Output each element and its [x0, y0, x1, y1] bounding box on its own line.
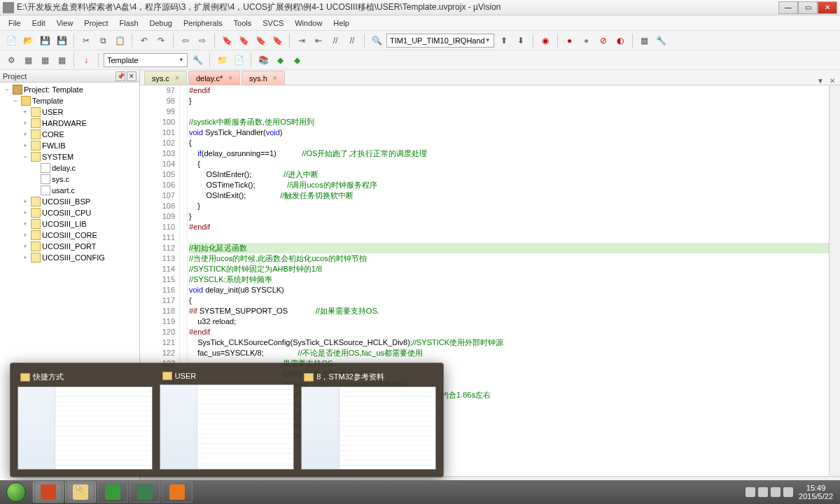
taskbar-app-green[interactable]: [97, 482, 128, 503]
tree-file-usart[interactable]: usart.c: [1, 185, 138, 196]
preview-window[interactable]: 快捷方式: [18, 370, 153, 470]
new-file-icon[interactable]: 📄: [4, 34, 18, 48]
tray-icon[interactable]: [746, 487, 755, 497]
menu-help[interactable]: Help: [328, 18, 355, 29]
preview-thumbnail[interactable]: [160, 384, 295, 470]
comment-icon[interactable]: //: [328, 34, 342, 48]
tab-delayc[interactable]: delay.c*×: [188, 71, 240, 85]
clock[interactable]: 15:49 2015/5/22: [799, 484, 833, 500]
tab-close-icon[interactable]: ×: [273, 74, 277, 82]
paste-icon[interactable]: 📋: [113, 34, 127, 48]
bookmark-icon[interactable]: 🔖: [220, 34, 234, 48]
breakpoint-enable-icon[interactable]: ◐: [613, 34, 627, 48]
menu-peripherals[interactable]: Peripherals: [178, 18, 228, 29]
window-icon[interactable]: ▦: [638, 34, 652, 48]
nav-fwd-icon[interactable]: ⇨: [195, 34, 209, 48]
tree-group-ucore[interactable]: +UCOSIII_CORE: [1, 230, 138, 241]
preview-thumbnail[interactable]: [301, 386, 436, 470]
tree-group-core[interactable]: +CORE: [1, 129, 138, 140]
tab-close-icon[interactable]: ×: [175, 74, 179, 82]
maximize-button[interactable]: ▭: [798, 1, 818, 14]
pack-icon[interactable]: ◆: [273, 53, 287, 67]
open-file-icon[interactable]: 📂: [21, 34, 35, 48]
tree-file-delay[interactable]: delay.c: [1, 162, 138, 174]
rebuild-icon[interactable]: ▦: [38, 53, 52, 67]
tab-sysh[interactable]: sys.h×: [241, 71, 285, 85]
panel-pin-icon[interactable]: 📌: [115, 71, 125, 81]
bookmark-next-icon[interactable]: 🔖: [253, 34, 267, 48]
download-icon[interactable]: ↓: [79, 53, 93, 67]
find-prev-icon[interactable]: ⬆: [497, 34, 511, 48]
config-icon[interactable]: 🔧: [654, 34, 668, 48]
tree-group-hardware[interactable]: +HARDWARE: [1, 118, 138, 129]
copy-icon[interactable]: ⧉: [96, 34, 110, 48]
menu-tools[interactable]: Tools: [228, 18, 258, 29]
tray-icon[interactable]: [758, 487, 768, 497]
function-combo[interactable]: TIM1_UP_TIM10_IRQHand ▼: [386, 34, 494, 48]
save-all-icon[interactable]: 💾: [55, 34, 69, 48]
tree-group-bsp[interactable]: +UCOSIII_BSP: [1, 196, 138, 207]
taskbar-app-orange[interactable]: [162, 482, 192, 503]
breakpoint-icon[interactable]: ●: [563, 34, 577, 48]
redo-icon[interactable]: ↷: [154, 34, 168, 48]
breakpoint-disable-icon[interactable]: ●: [580, 34, 594, 48]
bookmark-prev-icon[interactable]: 🔖: [237, 34, 251, 48]
menu-svcs[interactable]: SVCS: [257, 18, 289, 29]
menu-file[interactable]: File: [3, 18, 27, 29]
tab-close-all-icon[interactable]: ✕: [827, 77, 837, 85]
tree-group-system[interactable]: −SYSTEM: [1, 151, 138, 162]
find-next-icon[interactable]: ⬇: [514, 34, 528, 48]
bookmark-clear-icon[interactable]: 🔖: [270, 34, 284, 48]
tab-close-icon[interactable]: ×: [228, 74, 232, 82]
taskbar-app-powerpoint[interactable]: [33, 482, 64, 503]
system-tray[interactable]: 15:49 2015/5/22: [746, 484, 840, 500]
books-icon[interactable]: 📚: [256, 53, 270, 67]
manage-icon[interactable]: 📁: [215, 53, 229, 67]
preview-window[interactable]: USER: [160, 370, 295, 470]
undo-icon[interactable]: ↶: [137, 34, 151, 48]
debug-icon[interactable]: ◉: [538, 34, 552, 48]
tab-sysc[interactable]: sys.c×: [144, 71, 187, 85]
tree-group-fwlib[interactable]: +FWLIB: [1, 140, 138, 151]
target-options-icon[interactable]: 🔧: [190, 53, 204, 67]
preview-window[interactable]: 8，STM32参考资料: [301, 370, 436, 470]
tree-group-user[interactable]: +USER: [1, 106, 138, 118]
target-combo[interactable]: Template ▼: [104, 53, 188, 67]
menu-view[interactable]: View: [51, 18, 79, 29]
menu-debug[interactable]: Debug: [144, 18, 178, 29]
panel-close-icon[interactable]: ✕: [127, 71, 136, 81]
uncomment-icon[interactable]: //: [345, 34, 359, 48]
rte-icon[interactable]: ◆: [290, 53, 304, 67]
outdent-icon[interactable]: ⇤: [312, 34, 326, 48]
tab-dropdown-icon[interactable]: ▼: [815, 77, 826, 85]
start-button[interactable]: [0, 480, 32, 504]
menu-window[interactable]: Window: [289, 18, 328, 29]
nav-back-icon[interactable]: ⇦: [178, 34, 192, 48]
menu-edit[interactable]: Edit: [27, 18, 51, 29]
tray-icon[interactable]: [783, 487, 793, 497]
preview-thumbnail[interactable]: [18, 386, 153, 470]
minimize-button[interactable]: —: [778, 1, 798, 14]
tree-group-lib[interactable]: +UCOSIII_LIB: [1, 218, 138, 230]
tray-icon[interactable]: [771, 487, 780, 497]
tree-group-port[interactable]: +UCOSIII_PORT: [1, 241, 138, 252]
cut-icon[interactable]: ✂: [79, 34, 93, 48]
build-icon[interactable]: ▦: [21, 53, 35, 67]
taskbar-app-explorer[interactable]: [65, 482, 96, 503]
tree-root[interactable]: −Project: Template: [1, 84, 138, 95]
tree-group-config[interactable]: +UCOSIII_CONFIG: [1, 252, 138, 263]
save-icon[interactable]: 💾: [38, 34, 52, 48]
close-button[interactable]: ✕: [818, 1, 837, 14]
tree-file-sys[interactable]: sys.c: [1, 174, 138, 185]
vertical-scrollbar[interactable]: [829, 85, 840, 476]
menu-project[interactable]: Project: [78, 18, 113, 29]
taskbar-app-keil[interactable]: [130, 482, 160, 503]
indent-icon[interactable]: ⇥: [295, 34, 309, 48]
tree-group-cpu[interactable]: +UCOSIII_CPU: [1, 207, 138, 218]
breakpoint-kill-icon[interactable]: ⊘: [596, 34, 610, 48]
find-icon[interactable]: 🔍: [370, 34, 384, 48]
batch-build-icon[interactable]: ▦: [55, 53, 69, 67]
translate-icon[interactable]: ⚙: [4, 53, 18, 67]
menu-flash[interactable]: Flash: [114, 18, 144, 29]
file-ext-icon[interactable]: 📄: [232, 53, 246, 67]
